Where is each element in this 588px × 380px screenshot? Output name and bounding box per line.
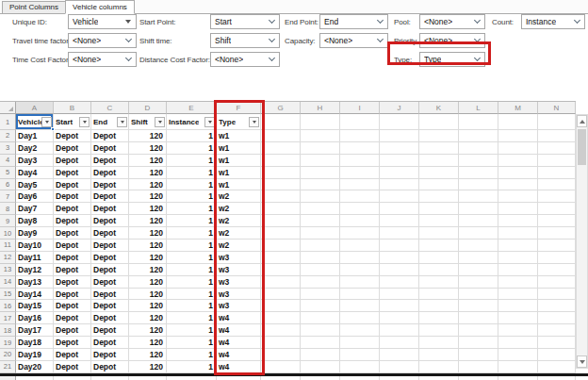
grid-cell[interactable]: Depot xyxy=(54,155,91,167)
row-number[interactable]: 14 xyxy=(0,276,16,289)
grid-cell[interactable] xyxy=(261,252,301,264)
grid-cell[interactable]: w4 xyxy=(217,349,261,361)
grid-cell[interactable]: 1 xyxy=(167,215,217,227)
grid-cell[interactable] xyxy=(419,203,459,215)
grid-cell[interactable] xyxy=(538,240,576,252)
grid-cell[interactable]: 1 xyxy=(167,361,217,373)
grid-cell[interactable] xyxy=(498,203,538,215)
grid-cell[interactable] xyxy=(459,215,498,227)
capacity-dropdown[interactable]: <None> xyxy=(319,33,388,48)
row-number[interactable]: 6 xyxy=(0,179,16,191)
tab-point-columns[interactable]: Point Columns xyxy=(2,1,66,13)
grid-cell[interactable] xyxy=(498,349,538,361)
grid-cell[interactable]: Day11 xyxy=(16,252,54,264)
shift-time-dropdown[interactable]: Shift xyxy=(210,33,280,48)
grid-cell[interactable] xyxy=(498,276,538,289)
grid-cell[interactable]: w2 xyxy=(217,190,261,203)
grid-cell[interactable] xyxy=(419,349,459,361)
grid-cell[interactable] xyxy=(538,252,576,264)
row-number[interactable]: 12 xyxy=(0,252,16,264)
grid-cell[interactable]: Day16 xyxy=(16,312,54,324)
grid-cell[interactable] xyxy=(380,337,419,349)
grid-cell[interactable] xyxy=(538,324,576,337)
grid-cell[interactable] xyxy=(301,167,340,179)
grid-cell[interactable]: 1 xyxy=(167,337,217,349)
grid-cell[interactable] xyxy=(301,300,340,312)
grid-cell[interactable] xyxy=(261,240,301,252)
grid-cell[interactable]: Depot xyxy=(54,289,91,301)
grid-cell[interactable] xyxy=(498,252,538,264)
row-number[interactable]: 8 xyxy=(0,203,16,215)
grid-cell[interactable]: Day3 xyxy=(16,155,54,167)
grid-cell[interactable] xyxy=(261,264,301,276)
grid-cell[interactable]: Depot xyxy=(54,179,91,191)
row-number[interactable]: 15 xyxy=(0,289,16,301)
grid-cell[interactable] xyxy=(459,312,498,324)
grid-cell[interactable] xyxy=(459,276,498,289)
grid-cell[interactable]: 1 xyxy=(167,324,217,337)
scroll-up-button[interactable] xyxy=(577,115,587,127)
grid-cell[interactable] xyxy=(538,276,576,289)
grid-cell[interactable] xyxy=(301,215,340,227)
grid-cell[interactable] xyxy=(261,114,301,130)
grid-cell[interactable]: 1 xyxy=(167,252,217,264)
grid-cell[interactable] xyxy=(261,167,301,179)
grid-cell[interactable]: Depot xyxy=(91,240,129,252)
grid-cell[interactable] xyxy=(498,337,538,349)
grid-cell[interactable] xyxy=(261,349,301,361)
grid-cell[interactable] xyxy=(261,337,301,349)
grid-cell[interactable] xyxy=(380,142,419,155)
grid-cell[interactable]: Day18 xyxy=(16,337,54,349)
filter-button[interactable] xyxy=(41,117,52,127)
selection-handle[interactable] xyxy=(51,127,55,131)
grid-cell[interactable]: Day6 xyxy=(16,190,54,203)
grid-cell[interactable] xyxy=(498,167,538,179)
grid-cell[interactable]: Depot xyxy=(91,155,129,167)
header-cell-end[interactable]: End xyxy=(91,114,129,130)
scroll-down-button[interactable] xyxy=(577,355,587,368)
filter-button[interactable] xyxy=(79,117,90,127)
travel-time-factor-dropdown[interactable]: <None> xyxy=(68,33,137,48)
grid-cell[interactable]: Depot xyxy=(91,215,129,227)
grid-cell[interactable] xyxy=(419,361,459,373)
grid-cell[interactable] xyxy=(538,227,576,240)
grid-cell[interactable] xyxy=(261,130,301,142)
grid-cell[interactable]: w1 xyxy=(217,155,261,167)
scrollbar-thumb[interactable] xyxy=(578,129,586,165)
grid-cell[interactable]: Depot xyxy=(54,240,91,252)
grid-cell[interactable] xyxy=(419,289,459,301)
grid-cell[interactable] xyxy=(301,349,340,361)
grid-cell[interactable] xyxy=(419,130,459,142)
grid-cell[interactable] xyxy=(380,227,419,240)
grid-cell[interactable]: Day2 xyxy=(16,142,54,155)
grid-cell[interactable]: w1 xyxy=(217,179,261,191)
row-number[interactable]: 17 xyxy=(0,312,16,324)
grid-cell[interactable] xyxy=(301,252,340,264)
grid-cell[interactable] xyxy=(419,142,459,155)
grid-cell[interactable] xyxy=(301,142,340,155)
grid-cell[interactable]: Depot xyxy=(91,300,129,312)
grid-cell[interactable] xyxy=(498,289,538,301)
grid-cell[interactable] xyxy=(459,324,498,337)
grid-cell[interactable]: w4 xyxy=(217,312,261,324)
grid-cell[interactable] xyxy=(459,114,498,130)
grid-cell[interactable]: Depot xyxy=(54,252,91,264)
grid-cell[interactable] xyxy=(498,130,538,142)
grid-cell[interactable] xyxy=(301,361,340,373)
grid-cell[interactable] xyxy=(380,190,419,203)
grid-cell[interactable] xyxy=(459,179,498,191)
grid-cell[interactable] xyxy=(538,203,576,215)
grid-cell[interactable] xyxy=(538,312,576,324)
header-cell-start[interactable]: Start xyxy=(54,114,91,130)
start-point-dropdown[interactable]: Start xyxy=(210,14,280,29)
grid-cell[interactable]: 120 xyxy=(129,361,167,373)
grid-cell[interactable] xyxy=(419,227,459,240)
grid-cell[interactable]: 1 xyxy=(167,300,217,312)
grid-cell[interactable] xyxy=(380,203,419,215)
grid-cell[interactable]: Day20 xyxy=(16,361,54,373)
grid-cell[interactable] xyxy=(301,179,340,191)
column-header-H[interactable]: H xyxy=(301,102,340,114)
grid-cell[interactable] xyxy=(380,289,419,301)
grid-cell[interactable]: w1 xyxy=(217,142,261,155)
grid-cell[interactable]: Day12 xyxy=(16,264,54,276)
